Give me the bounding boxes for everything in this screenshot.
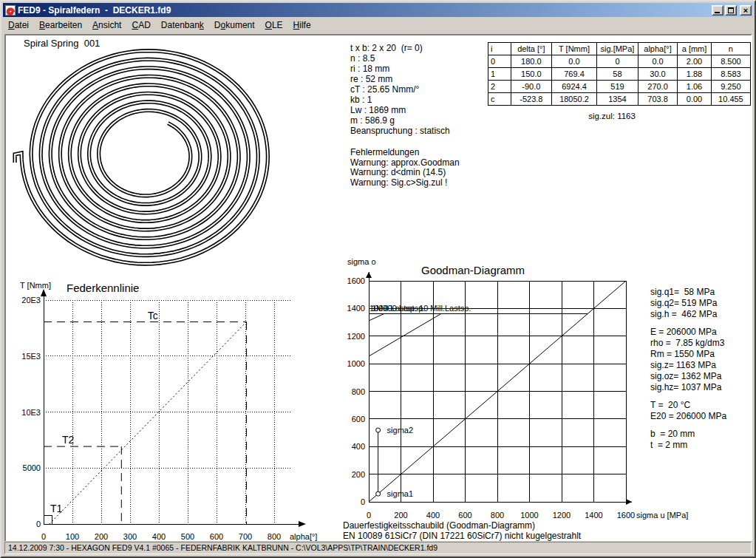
svg-text:800: 800 [268, 532, 281, 541]
svg-text:10E3: 10E3 [21, 408, 41, 417]
parameter-line: ri : 18 mm [350, 64, 450, 74]
status-bar: 14.12.2009 7:30 - HEXAGON FED9 V4.1 #006… [3, 541, 753, 555]
svg-text:5000: 5000 [23, 463, 41, 472]
svg-text:100: 100 [66, 532, 79, 541]
svg-text:1000: 1000 [520, 511, 538, 520]
svg-text:10 Mill.Lastsp.: 10 Mill.Lastsp. [419, 304, 471, 313]
table-header-cell: T [Nmm] [551, 43, 596, 55]
parameter-line: Lw : 1869 mm [350, 105, 450, 115]
svg-text:1400: 1400 [347, 304, 365, 313]
svg-text:0: 0 [36, 520, 41, 528]
svg-text:1400: 1400 [585, 511, 602, 520]
material-line: sig.oz= 1362 MPa [650, 371, 726, 382]
svg-text:200: 200 [394, 511, 407, 520]
svg-text:Tc: Tc [148, 310, 158, 321]
table-cell: 150.0 [511, 68, 551, 81]
federkennlinie-chart: 0500010E315E320E301002003004005006007008… [16, 279, 327, 543]
table-cell: c [488, 93, 511, 106]
results-table-wrap: idelta [°]T [Nmm]sig.[MPa]alpha[°]a [mm]… [488, 42, 751, 106]
client-area: Spiral Spring 001 t x b: 2 x 20 (r= 0)n … [4, 34, 752, 543]
svg-text:200: 200 [95, 532, 108, 541]
table-header-cell: alpha[°] [638, 43, 677, 55]
svg-text:600: 600 [458, 511, 471, 520]
parameter-line: kb : 1 [350, 95, 450, 105]
caption-line-1: Dauerfestigkeitsschaubild (Goodman-Diagr… [343, 520, 581, 531]
svg-text:700: 700 [239, 532, 252, 541]
table-cell: 30.0 [638, 68, 677, 81]
svg-text:T2: T2 [62, 434, 75, 446]
table-cell: 18050.2 [551, 93, 596, 106]
window-controls: × [710, 5, 752, 16]
svg-text:1000: 1000 [347, 359, 365, 368]
svg-text:1200: 1200 [347, 332, 365, 341]
minimize-button[interactable] [712, 5, 723, 16]
table-header-cell: delta [°] [511, 43, 551, 55]
parameter-line: cT : 25.65 Nmm/° [350, 84, 450, 95]
sig-zul-value: sig.zul: 1163 [488, 112, 736, 120]
material-line: T = 20 °C [650, 400, 726, 411]
svg-text:Goodman-Diagramm: Goodman-Diagramm [421, 264, 525, 276]
svg-text:sigma o: sigma o [347, 257, 376, 266]
table-header-cell: n [711, 43, 750, 55]
material-line: sig.q2= 519 MPa [650, 298, 726, 309]
material-line [650, 393, 726, 400]
svg-text:0: 0 [41, 532, 46, 541]
svg-text:sigma2: sigma2 [387, 426, 413, 435]
table-cell: 2 [488, 81, 511, 93]
svg-text:0: 0 [367, 511, 371, 520]
table-row: 1150.0769.45830.01.888.583 [488, 68, 751, 81]
table-cell: 0.0 [638, 55, 677, 68]
table-cell: 270.0 [638, 81, 677, 93]
parameter-line: Beanspruchung : statisch [350, 126, 450, 136]
maximize-icon [728, 7, 734, 13]
table-cell: 180.0 [511, 55, 551, 68]
menu-item-datenbank[interactable]: Datenbank [156, 18, 209, 32]
svg-text:400: 400 [426, 511, 440, 520]
svg-text:600: 600 [352, 415, 365, 423]
table-cell: 0 [597, 55, 638, 68]
svg-text:sigma1: sigma1 [387, 489, 413, 498]
material-values: sig.q1= 58 MPasig.q2= 519 MPasig.h = 462… [650, 287, 726, 451]
window-title: FED9 - Spiralfedern - DECKER1.fd9 [18, 5, 710, 16]
menu-item-cad[interactable]: CAD [126, 18, 155, 32]
svg-text:400: 400 [152, 532, 166, 541]
menu-item-ole[interactable]: OLE [260, 18, 288, 32]
table-cell: 10.455 [711, 93, 750, 106]
close-button[interactable]: × [740, 5, 752, 16]
table-cell: -523.8 [511, 93, 551, 106]
menu-item-bearbeiten[interactable]: Bearbeiten [34, 18, 87, 32]
menu-item-hilfe[interactable]: Hilfe [288, 18, 316, 32]
svg-text:15E3: 15E3 [21, 352, 41, 361]
table-cell: 6924.4 [551, 81, 596, 93]
title-bar[interactable]: FED9 - Spiralfedern - DECKER1.fd9 × [3, 3, 753, 17]
parameter-line: n : 8.5 [350, 53, 450, 64]
material-line: sig.z= 1163 MPa [650, 360, 726, 371]
menu-item-datei[interactable]: Datei [3, 18, 34, 32]
table-cell: 0.0 [551, 55, 596, 68]
table-cell: 703.8 [638, 93, 677, 106]
table-cell: 0 [488, 55, 511, 68]
table-cell: 519 [597, 81, 638, 93]
table-cell: 8.583 [711, 68, 750, 81]
table-cell: 1 [488, 68, 511, 81]
svg-text:400: 400 [352, 442, 365, 451]
spiral-spring-drawing [12, 44, 279, 290]
caption-line-2: EN 10089 61SiCr7 (DIN 17221 60SiCr7) nic… [343, 531, 581, 541]
spring-parameters: t x b: 2 x 20 (r= 0)n : 8.5ri : 18 mmre … [350, 43, 450, 136]
svg-text:200: 200 [352, 470, 365, 479]
material-line [650, 320, 726, 327]
warning-line: Warnung: Sig.c>Sig.zul ! [350, 178, 460, 188]
maximize-button[interactable] [725, 5, 737, 16]
menu-item-ansicht[interactable]: Ansicht [87, 18, 126, 32]
app-spiral-icon [5, 5, 16, 16]
menu-item-dokument[interactable]: Dokument [209, 18, 260, 32]
svg-text:Federkennlinie: Federkennlinie [67, 282, 139, 294]
table-cell: 0.00 [678, 93, 712, 106]
svg-text:0: 0 [361, 497, 365, 506]
diagram-caption: Dauerfestigkeitsschaubild (Goodman-Diagr… [343, 520, 581, 541]
table-cell: 1.06 [678, 81, 712, 93]
minimize-icon [715, 12, 720, 13]
close-icon: × [740, 6, 751, 15]
results-table: idelta [°]T [Nmm]sig.[MPa]alpha[°]a [mm]… [488, 42, 751, 106]
table-row: 2-90.06924.4519270.01.069.250 [488, 81, 751, 93]
